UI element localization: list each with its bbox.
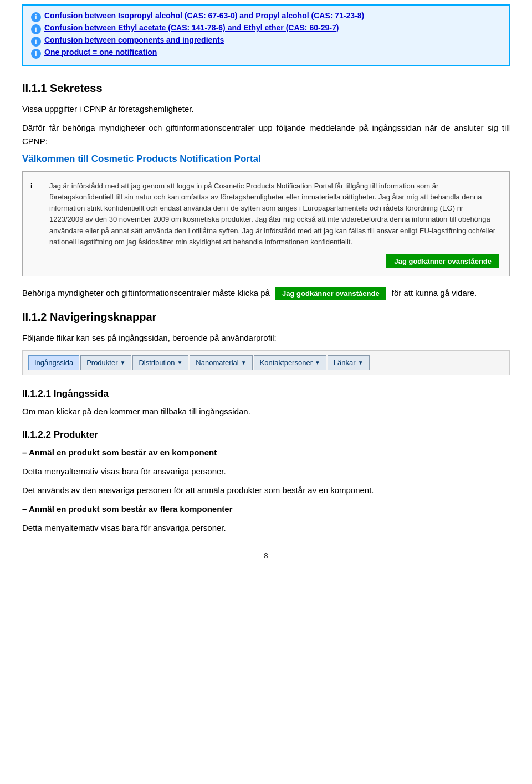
section-1-2: II.1.2 Navigeringsknappar Följande flika…: [22, 311, 510, 375]
section-1-1-para1: Vissa uppgifter i CPNP är företagshemlig…: [22, 103, 510, 116]
section-1-1-heading: II.1.1 Sekretess: [22, 82, 510, 95]
welcome-header: Välkommen till Cosmetic Products Notific…: [22, 153, 510, 165]
menu-item-1-para: Detta menyalternativ visas bara för ansv…: [22, 465, 510, 478]
nav-tab-distribution-label: Distribution: [139, 358, 175, 367]
agreement-text: Jag är införstådd med att jag genom att …: [49, 181, 499, 248]
alert-row-2: i Confusion between Ethyl acetate (CAS: …: [31, 23, 501, 34]
nav-tab-kontaktpersoner-label: Kontaktpersoner: [260, 358, 313, 367]
menu-item-1-strong: – Anmäl en produkt som består av en komp…: [22, 448, 217, 457]
nav-tab-ingangssida-label: Ingångssida: [34, 358, 73, 367]
menu-item-2-para: Detta menyalternativ visas bara för ansv…: [22, 521, 510, 535]
nav-tab-nanomaterial[interactable]: Nanomaterial ▼: [190, 355, 252, 370]
alert-link-3[interactable]: Confusion between components and ingredi…: [44, 35, 224, 44]
section-1-1-para3: Behöriga myndigheter och giftinformation…: [22, 286, 510, 300]
alert-row-3: i Confusion between components and ingre…: [31, 35, 501, 47]
section-1-2-heading: II.1.2 Navigeringsknappar: [22, 311, 510, 324]
info-icon-4: i: [31, 49, 41, 59]
alert-box: i Confusion between Isopropyl alcohol (C…: [22, 4, 510, 66]
menu-item-2-strong: – Anmäl en produkt som består av flera k…: [22, 504, 233, 514]
nav-tab-kontaktpersoner[interactable]: Kontaktpersoner ▼: [254, 355, 326, 370]
section-1-2-1-heading: II.1.2.1 Ingångssida: [22, 388, 510, 399]
nav-tab-distribution[interactable]: Distribution ▼: [132, 355, 188, 370]
agree-button-inline[interactable]: Jag godkänner ovanstående: [275, 287, 386, 300]
agree-button[interactable]: Jag godkänner ovanstående: [386, 254, 499, 268]
nav-tab-produkter[interactable]: Produkter ▼: [80, 355, 131, 370]
section-1-1: II.1.1 Sekretess Vissa uppgifter i CPNP …: [22, 82, 510, 300]
section-1-2-para1: Följande flikar kan ses på ingångssidan,…: [22, 331, 510, 345]
nav-tab-lankar-label: Länkar: [334, 358, 356, 367]
section-1-2-1: II.1.2.1 Ingångssida Om man klickar på d…: [22, 388, 510, 418]
info-icon-2: i: [31, 24, 41, 34]
alert-link-4[interactable]: One product = one notification: [44, 48, 157, 57]
para3-after: för att kunna gå vidare.: [392, 288, 477, 298]
info-icon-3: i: [31, 37, 41, 47]
produkter-dropdown-arrow: ▼: [120, 360, 126, 366]
alert-row-4: i One product = one notification: [31, 48, 501, 59]
lankar-dropdown-arrow: ▼: [358, 360, 364, 366]
section-1-2-2: II.1.2.2 Produkter – Anmäl en produkt so…: [22, 429, 510, 535]
section-1-1-para2: Därför får behöriga myndigheter och gift…: [22, 121, 510, 148]
kontaktpersoner-dropdown-arrow: ▼: [315, 360, 320, 366]
nav-tab-ingangssida[interactable]: Ingångssida: [28, 355, 79, 370]
nav-tab-nanomaterial-label: Nanomaterial: [196, 358, 238, 367]
menu-item-2-title: – Anmäl en produkt som består av flera k…: [22, 503, 510, 516]
section-1-2-2-heading: II.1.2.2 Produkter: [22, 429, 510, 440]
info-icon-1: i: [31, 12, 41, 22]
nav-tab-lankar[interactable]: Länkar ▼: [328, 355, 370, 370]
agreement-info-icon: i: [30, 181, 32, 192]
alert-link-2[interactable]: Confusion between Ethyl acetate (CAS: 14…: [44, 23, 339, 32]
page-number: 8: [22, 551, 510, 560]
alert-link-1[interactable]: Confusion between Isopropyl alcohol (CAS…: [44, 11, 364, 20]
agreement-box: i Jag är införstådd med att jag genom at…: [22, 171, 510, 276]
menu-item-1-para2: Det används av den ansvariga personen fö…: [22, 484, 510, 497]
distribution-dropdown-arrow: ▼: [177, 360, 182, 366]
menu-item-1-title: – Anmäl en produkt som består av en komp…: [22, 446, 510, 459]
section-1-2-1-para1: Om man klickar på den kommer man tillbak…: [22, 405, 510, 418]
alert-row-1: i Confusion between Isopropyl alcohol (C…: [31, 11, 501, 22]
nanomaterial-dropdown-arrow: ▼: [241, 360, 247, 366]
nav-tabs-bar: Ingångssida Produkter ▼ Distribution ▼ N…: [22, 350, 510, 375]
para3-before: Behöriga myndigheter och giftinformation…: [22, 288, 270, 298]
nav-tab-produkter-label: Produkter: [86, 358, 117, 367]
